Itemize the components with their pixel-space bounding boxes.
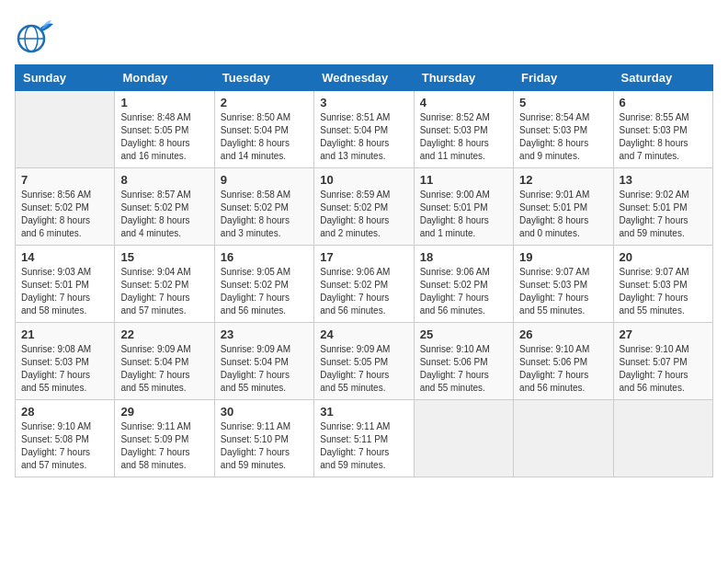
calendar-cell: 24Sunrise: 9:09 AM Sunset: 5:05 PM Dayli… bbox=[314, 323, 414, 400]
calendar-cell: 22Sunrise: 9:09 AM Sunset: 5:04 PM Dayli… bbox=[115, 323, 214, 400]
day-number: 20 bbox=[620, 250, 707, 264]
day-number: 6 bbox=[620, 96, 707, 109]
day-number: 13 bbox=[620, 173, 707, 187]
day-info: Sunrise: 9:06 AM Sunset: 5:02 PM Dayligh… bbox=[420, 266, 507, 317]
day-number: 9 bbox=[221, 173, 308, 187]
weekday-header-sunday: Sunday bbox=[16, 65, 115, 91]
day-number: 8 bbox=[120, 173, 208, 187]
logo-icon bbox=[15, 15, 55, 55]
calendar-cell bbox=[414, 400, 513, 477]
calendar-cell: 29Sunrise: 9:11 AM Sunset: 5:09 PM Dayli… bbox=[115, 400, 214, 477]
calendar-cell: 4Sunrise: 8:52 AM Sunset: 5:03 PM Daylig… bbox=[414, 91, 513, 168]
weekday-header-thursday: Thursday bbox=[414, 65, 513, 91]
calendar-cell bbox=[613, 400, 712, 477]
day-number: 3 bbox=[320, 96, 407, 109]
calendar-table: SundayMondayTuesdayWednesdayThursdayFrid… bbox=[15, 64, 713, 477]
day-number: 7 bbox=[21, 173, 108, 187]
calendar-cell: 26Sunrise: 9:10 AM Sunset: 5:06 PM Dayli… bbox=[514, 323, 613, 400]
weekday-header-friday: Friday bbox=[514, 65, 613, 91]
day-info: Sunrise: 9:08 AM Sunset: 5:03 PM Dayligh… bbox=[21, 343, 108, 395]
day-info: Sunrise: 9:04 AM Sunset: 5:02 PM Dayligh… bbox=[120, 266, 208, 317]
day-number: 18 bbox=[420, 250, 507, 264]
day-info: Sunrise: 9:10 AM Sunset: 5:08 PM Dayligh… bbox=[21, 420, 108, 472]
calendar-cell: 17Sunrise: 9:06 AM Sunset: 5:02 PM Dayli… bbox=[314, 246, 414, 323]
day-info: Sunrise: 9:11 AM Sunset: 5:09 PM Dayligh… bbox=[120, 420, 208, 472]
calendar-header-row: SundayMondayTuesdayWednesdayThursdayFrid… bbox=[16, 65, 713, 91]
day-info: Sunrise: 8:59 AM Sunset: 5:02 PM Dayligh… bbox=[320, 189, 407, 240]
day-number: 17 bbox=[320, 250, 407, 264]
day-info: Sunrise: 8:51 AM Sunset: 5:04 PM Dayligh… bbox=[320, 111, 407, 163]
day-number: 30 bbox=[221, 405, 308, 419]
day-number: 22 bbox=[120, 327, 208, 341]
calendar-cell: 11Sunrise: 9:00 AM Sunset: 5:01 PM Dayli… bbox=[414, 168, 513, 246]
day-info: Sunrise: 9:03 AM Sunset: 5:01 PM Dayligh… bbox=[21, 266, 108, 317]
calendar-cell: 9Sunrise: 8:58 AM Sunset: 5:02 PM Daylig… bbox=[214, 168, 313, 246]
day-number: 31 bbox=[320, 405, 407, 419]
calendar-cell: 16Sunrise: 9:05 AM Sunset: 5:02 PM Dayli… bbox=[214, 246, 313, 323]
day-info: Sunrise: 9:01 AM Sunset: 5:01 PM Dayligh… bbox=[519, 189, 607, 240]
day-info: Sunrise: 9:11 AM Sunset: 5:10 PM Dayligh… bbox=[221, 420, 308, 472]
day-number: 5 bbox=[519, 96, 607, 109]
day-number: 14 bbox=[21, 250, 108, 264]
day-info: Sunrise: 8:54 AM Sunset: 5:03 PM Dayligh… bbox=[519, 111, 607, 163]
calendar-cell: 25Sunrise: 9:10 AM Sunset: 5:06 PM Dayli… bbox=[414, 323, 513, 400]
day-info: Sunrise: 9:05 AM Sunset: 5:02 PM Dayligh… bbox=[221, 266, 308, 317]
day-info: Sunrise: 9:09 AM Sunset: 5:05 PM Dayligh… bbox=[320, 343, 407, 395]
day-info: Sunrise: 9:02 AM Sunset: 5:01 PM Dayligh… bbox=[620, 189, 707, 240]
calendar-cell: 2Sunrise: 8:50 AM Sunset: 5:04 PM Daylig… bbox=[214, 91, 313, 168]
day-info: Sunrise: 8:57 AM Sunset: 5:02 PM Dayligh… bbox=[120, 189, 208, 240]
day-number: 10 bbox=[320, 173, 407, 187]
calendar-cell bbox=[16, 91, 115, 168]
calendar-cell: 3Sunrise: 8:51 AM Sunset: 5:04 PM Daylig… bbox=[314, 91, 414, 168]
day-number: 26 bbox=[519, 327, 607, 341]
day-info: Sunrise: 9:07 AM Sunset: 5:03 PM Dayligh… bbox=[620, 266, 707, 317]
calendar-cell: 7Sunrise: 8:56 AM Sunset: 5:02 PM Daylig… bbox=[16, 168, 115, 246]
day-number: 1 bbox=[120, 96, 208, 109]
day-info: Sunrise: 8:48 AM Sunset: 5:05 PM Dayligh… bbox=[120, 111, 208, 163]
logo bbox=[15, 15, 59, 55]
day-info: Sunrise: 9:09 AM Sunset: 5:04 PM Dayligh… bbox=[221, 343, 308, 395]
day-number: 16 bbox=[221, 250, 308, 264]
weekday-header-saturday: Saturday bbox=[613, 65, 712, 91]
day-number: 25 bbox=[420, 327, 507, 341]
day-info: Sunrise: 8:58 AM Sunset: 5:02 PM Dayligh… bbox=[221, 189, 308, 240]
calendar-week-row: 1Sunrise: 8:48 AM Sunset: 5:05 PM Daylig… bbox=[16, 91, 713, 168]
day-info: Sunrise: 9:00 AM Sunset: 5:01 PM Dayligh… bbox=[420, 189, 507, 240]
day-number: 11 bbox=[420, 173, 507, 187]
calendar-cell: 5Sunrise: 8:54 AM Sunset: 5:03 PM Daylig… bbox=[514, 91, 613, 168]
day-number: 23 bbox=[221, 327, 308, 341]
calendar-cell bbox=[514, 400, 613, 477]
calendar-cell: 1Sunrise: 8:48 AM Sunset: 5:05 PM Daylig… bbox=[115, 91, 214, 168]
calendar-cell: 28Sunrise: 9:10 AM Sunset: 5:08 PM Dayli… bbox=[16, 400, 115, 477]
calendar-cell: 30Sunrise: 9:11 AM Sunset: 5:10 PM Dayli… bbox=[214, 400, 313, 477]
calendar-cell: 23Sunrise: 9:09 AM Sunset: 5:04 PM Dayli… bbox=[214, 323, 313, 400]
day-number: 19 bbox=[519, 250, 607, 264]
weekday-header-monday: Monday bbox=[115, 65, 214, 91]
calendar-week-row: 7Sunrise: 8:56 AM Sunset: 5:02 PM Daylig… bbox=[16, 168, 713, 246]
day-info: Sunrise: 9:10 AM Sunset: 5:06 PM Dayligh… bbox=[420, 343, 507, 395]
calendar-cell: 15Sunrise: 9:04 AM Sunset: 5:02 PM Dayli… bbox=[115, 246, 214, 323]
day-info: Sunrise: 9:10 AM Sunset: 5:07 PM Dayligh… bbox=[620, 343, 707, 395]
calendar-cell: 6Sunrise: 8:55 AM Sunset: 5:03 PM Daylig… bbox=[613, 91, 712, 168]
day-info: Sunrise: 8:55 AM Sunset: 5:03 PM Dayligh… bbox=[620, 111, 707, 163]
calendar-week-row: 28Sunrise: 9:10 AM Sunset: 5:08 PM Dayli… bbox=[16, 400, 713, 477]
calendar-cell: 14Sunrise: 9:03 AM Sunset: 5:01 PM Dayli… bbox=[16, 246, 115, 323]
calendar-cell: 18Sunrise: 9:06 AM Sunset: 5:02 PM Dayli… bbox=[414, 246, 513, 323]
calendar-week-row: 14Sunrise: 9:03 AM Sunset: 5:01 PM Dayli… bbox=[16, 246, 713, 323]
day-number: 21 bbox=[21, 327, 108, 341]
day-number: 4 bbox=[420, 96, 507, 109]
calendar-cell: 20Sunrise: 9:07 AM Sunset: 5:03 PM Dayli… bbox=[613, 246, 712, 323]
calendar-cell: 21Sunrise: 9:08 AM Sunset: 5:03 PM Dayli… bbox=[16, 323, 115, 400]
page-header bbox=[15, 15, 713, 55]
day-number: 29 bbox=[120, 405, 208, 419]
day-info: Sunrise: 9:07 AM Sunset: 5:03 PM Dayligh… bbox=[519, 266, 607, 317]
day-info: Sunrise: 9:09 AM Sunset: 5:04 PM Dayligh… bbox=[120, 343, 208, 395]
day-info: Sunrise: 9:11 AM Sunset: 5:11 PM Dayligh… bbox=[320, 420, 407, 472]
day-info: Sunrise: 9:06 AM Sunset: 5:02 PM Dayligh… bbox=[320, 266, 407, 317]
calendar-cell: 10Sunrise: 8:59 AM Sunset: 5:02 PM Dayli… bbox=[314, 168, 414, 246]
day-info: Sunrise: 8:56 AM Sunset: 5:02 PM Dayligh… bbox=[21, 189, 108, 240]
weekday-header-wednesday: Wednesday bbox=[314, 65, 414, 91]
calendar-cell: 12Sunrise: 9:01 AM Sunset: 5:01 PM Dayli… bbox=[514, 168, 613, 246]
day-number: 27 bbox=[620, 327, 707, 341]
calendar-cell: 19Sunrise: 9:07 AM Sunset: 5:03 PM Dayli… bbox=[514, 246, 613, 323]
